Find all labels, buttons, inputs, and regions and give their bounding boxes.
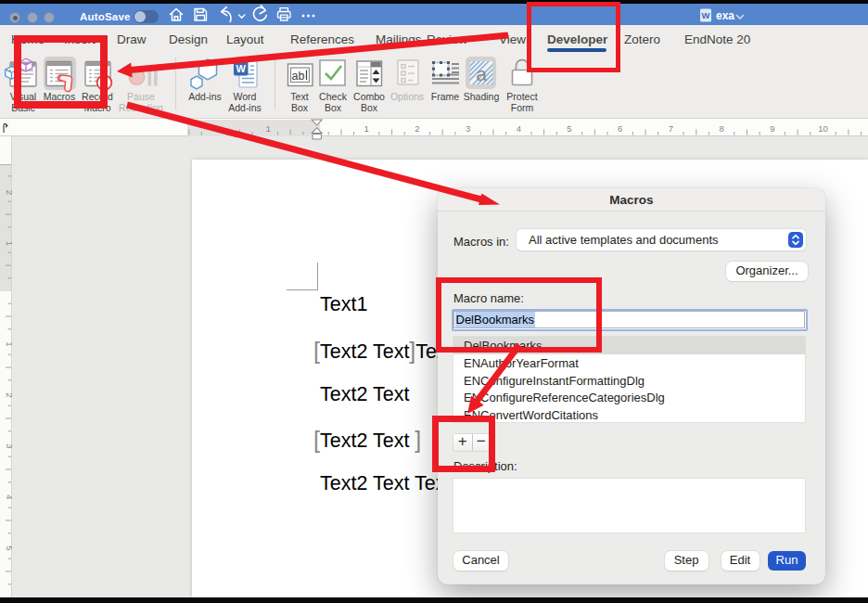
svg-text:10: 10 xyxy=(818,123,828,134)
svg-text:ab: ab xyxy=(292,70,305,83)
svg-text:4: 4 xyxy=(5,494,13,499)
svg-text:2: 2 xyxy=(415,123,419,134)
svg-text:1: 1 xyxy=(5,341,13,346)
svg-text:1: 1 xyxy=(364,123,369,134)
svg-text:1: 1 xyxy=(5,241,13,246)
svg-text:W: W xyxy=(236,63,247,74)
svg-text:2: 2 xyxy=(5,190,13,195)
svg-text:4: 4 xyxy=(517,123,521,134)
svg-text:9: 9 xyxy=(770,123,774,134)
svg-text:2: 2 xyxy=(214,124,220,135)
svg-text:5: 5 xyxy=(5,545,13,550)
svg-text:a: a xyxy=(476,63,487,84)
svg-text:6: 6 xyxy=(618,123,622,134)
svg-text:5: 5 xyxy=(567,123,571,134)
svg-text:2: 2 xyxy=(5,392,13,397)
svg-text:3: 3 xyxy=(466,123,470,134)
svg-text:W: W xyxy=(702,10,710,20)
svg-text:3: 3 xyxy=(5,443,13,448)
svg-text:8: 8 xyxy=(719,123,723,134)
svg-text:7: 7 xyxy=(669,123,673,134)
svg-text:1: 1 xyxy=(265,124,271,135)
